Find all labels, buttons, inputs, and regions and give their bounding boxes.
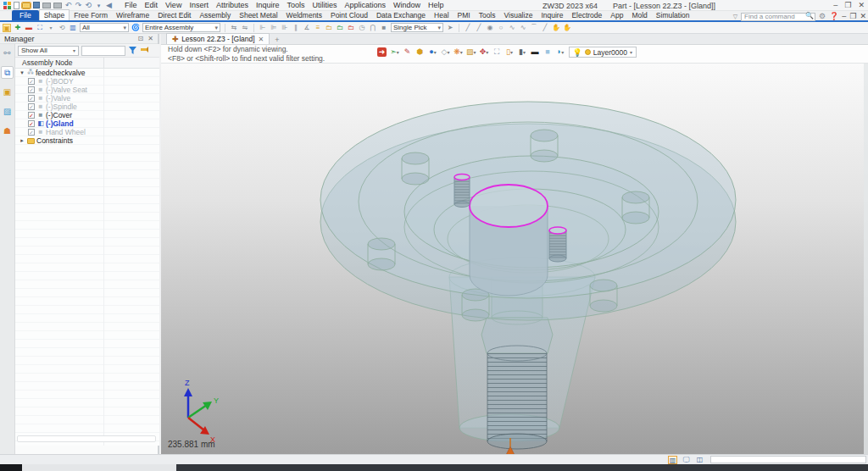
sketch-circle-icon[interactable]: ◉ bbox=[486, 24, 494, 32]
visibility-checkbox[interactable]: ✓ bbox=[28, 103, 35, 110]
regen-icon[interactable]: ⟲ bbox=[85, 2, 92, 9]
sound-icon[interactable]: ◀ bbox=[105, 2, 113, 9]
pick-filter-icon[interactable]: ➣▾ bbox=[390, 47, 399, 57]
menu-utilities[interactable]: Utilities bbox=[312, 1, 337, 9]
status-input-field[interactable] bbox=[710, 456, 866, 463]
tab-close-icon[interactable]: ✕ bbox=[259, 36, 264, 43]
tab-free-form[interactable]: Free Form bbox=[70, 10, 112, 20]
blue-swatch-icon[interactable]: ■ bbox=[543, 47, 553, 57]
shade-cube-icon[interactable]: ⬢ bbox=[415, 47, 425, 57]
filter-funnel-icon[interactable] bbox=[128, 46, 137, 55]
tab-heal[interactable]: Heal bbox=[430, 10, 453, 20]
tree-search-input[interactable] bbox=[81, 46, 125, 56]
menu-insert[interactable]: Insert bbox=[189, 1, 209, 9]
filter-select[interactable]: All▾ bbox=[80, 23, 129, 32]
display-mode-icon[interactable]: ▮▾ bbox=[518, 47, 527, 57]
open-file-icon[interactable] bbox=[22, 3, 31, 8]
cursor-icon[interactable]: ➤ bbox=[446, 24, 454, 32]
tab-inquire[interactable]: Inquire bbox=[537, 10, 567, 20]
wireframe-cube-icon[interactable]: ◇▾ bbox=[441, 47, 450, 57]
mech-constraint-icon[interactable]: ≡ bbox=[314, 24, 322, 32]
tree-row-gland[interactable]: ✓ ◧ (-)Gland bbox=[27, 119, 159, 128]
zoom-fit-icon[interactable]: ⛶ bbox=[492, 47, 502, 57]
inherit-attributes-icon[interactable]: ✎ bbox=[403, 47, 412, 57]
menu-help[interactable]: Help bbox=[428, 1, 444, 9]
render-sphere-icon[interactable]: ●▾ bbox=[428, 47, 437, 57]
tab-assembly[interactable]: Assembly bbox=[195, 10, 235, 20]
menu-edit[interactable]: Edit bbox=[145, 1, 159, 9]
tab-electrode[interactable]: Electrode bbox=[567, 10, 606, 20]
dropdown-caret-icon[interactable]: ▾ bbox=[47, 24, 55, 32]
history-manager-icon[interactable]: ⚯ bbox=[1, 47, 14, 59]
split-window-icon[interactable]: ◫ bbox=[695, 456, 704, 464]
assembly-manager-icon[interactable]: ⧉ bbox=[1, 66, 14, 79]
scope-select[interactable]: Entire Assembly▾ bbox=[142, 23, 220, 32]
black-swatch-icon[interactable]: ▬ bbox=[531, 47, 540, 57]
tab-wireframe[interactable]: Wireframe bbox=[112, 10, 153, 20]
visibility-checkbox[interactable]: ✓ bbox=[28, 95, 35, 102]
stop-icon[interactable]: ■ bbox=[380, 24, 388, 32]
visual-manager-icon[interactable]: ▣ bbox=[1, 86, 14, 98]
sketch-circle2-icon[interactable]: ○ bbox=[497, 24, 505, 32]
align-rotate-icon[interactable]: ⇋ bbox=[241, 24, 249, 32]
print-icon[interactable] bbox=[42, 3, 51, 8]
pick-mode-select[interactable]: Single Pick▾ bbox=[391, 23, 443, 32]
clip-icon[interactable]: ⋂ bbox=[369, 24, 377, 32]
visibility-checkbox[interactable]: ✓ bbox=[28, 112, 35, 119]
document-tab[interactable]: ✚ Lesson 22.Z3 - [Gland] ✕ bbox=[166, 33, 270, 44]
tree-row-hand-wheel[interactable]: ✓ ■ Hand Wheel bbox=[27, 128, 159, 136]
tab-simulation[interactable]: Simulation bbox=[652, 10, 694, 20]
constraint-parallel-icon[interactable]: ∥ bbox=[292, 24, 300, 32]
tree-row-body[interactable]: ✓ ■ (-)BODY bbox=[27, 77, 159, 86]
tree-row-valve-seat[interactable]: ✓ ■ (-)Valve Seat bbox=[27, 86, 159, 94]
minimize-button[interactable]: – bbox=[833, 1, 837, 9]
constraint-tangent-icon[interactable]: ⊫ bbox=[270, 24, 278, 32]
material-icon[interactable]: ❋▾ bbox=[453, 47, 463, 57]
tab-visualize[interactable]: Visualize bbox=[500, 10, 537, 20]
sketch-line2-icon[interactable]: ╱ bbox=[541, 24, 549, 32]
menu-tools[interactable]: Tools bbox=[287, 1, 304, 9]
tab-weldments[interactable]: Weldments bbox=[282, 10, 326, 20]
tab-sheet-metal[interactable]: Sheet Metal bbox=[235, 10, 281, 20]
close-button[interactable]: ✕ bbox=[858, 1, 865, 9]
tree-row-constraints[interactable]: ▸ Constraints bbox=[19, 136, 159, 145]
visibility-checkbox[interactable]: ✓ bbox=[28, 129, 35, 136]
blank-toggle-icon[interactable]: ▣ bbox=[3, 24, 11, 32]
visibility-checkbox[interactable]: ✓ bbox=[28, 78, 35, 85]
tab-tools[interactable]: Tools bbox=[475, 10, 500, 20]
sketch-arc-icon[interactable]: ⌒ bbox=[530, 24, 538, 32]
doc-restore-button[interactable]: ❐ bbox=[849, 13, 856, 20]
tab-shape[interactable]: Shape bbox=[39, 9, 70, 20]
menu-view[interactable]: View bbox=[165, 1, 181, 9]
tab-mold[interactable]: Mold bbox=[627, 10, 651, 20]
tree-horizontal-scrollbar[interactable] bbox=[17, 435, 156, 442]
constraint-concentric-icon[interactable]: ⊪ bbox=[281, 24, 289, 32]
stud-left[interactable] bbox=[454, 175, 470, 208]
folder-yellow-icon[interactable]: 🗀 bbox=[325, 24, 333, 32]
save-icon[interactable] bbox=[33, 2, 40, 8]
tab-file[interactable]: File bbox=[12, 10, 39, 20]
stud-right[interactable] bbox=[549, 227, 566, 262]
tab-direct-edit[interactable]: Direct Edit bbox=[153, 10, 195, 20]
undo-icon[interactable]: ↶ bbox=[64, 2, 72, 9]
exit-icon[interactable]: ➜ bbox=[377, 47, 387, 57]
constraint-angle-icon[interactable]: ∡ bbox=[303, 24, 311, 32]
shell-icon[interactable]: ◗▾ bbox=[556, 47, 565, 57]
command-search-input[interactable] bbox=[741, 13, 815, 21]
visibility-checkbox[interactable]: ✓ bbox=[28, 86, 35, 93]
menu-window[interactable]: Window bbox=[393, 1, 420, 9]
folder-pub-icon[interactable]: 🗀 bbox=[347, 24, 355, 32]
tab-pmi[interactable]: PMI bbox=[453, 10, 475, 20]
sketch-spline-icon[interactable]: ∿ bbox=[508, 24, 516, 32]
show-filter-select[interactable]: Show All▾ bbox=[18, 46, 79, 56]
clear-filter-icon[interactable] bbox=[140, 46, 149, 55]
tab-app[interactable]: App bbox=[606, 10, 627, 20]
menu-file[interactable]: File bbox=[125, 1, 137, 9]
role-manager-icon[interactable]: ☗ bbox=[1, 125, 14, 137]
visibility-checkbox[interactable]: ✓ bbox=[28, 120, 35, 127]
redo-icon[interactable]: ↷ bbox=[75, 2, 82, 9]
print-preview-icon[interactable] bbox=[53, 3, 62, 8]
drag-hand2-icon[interactable]: ✋ bbox=[563, 24, 571, 32]
tree-row-feedcheckvalve[interactable]: ▾ ⁂ feedcheckvalve bbox=[19, 69, 159, 77]
new-file-icon[interactable] bbox=[14, 2, 19, 9]
